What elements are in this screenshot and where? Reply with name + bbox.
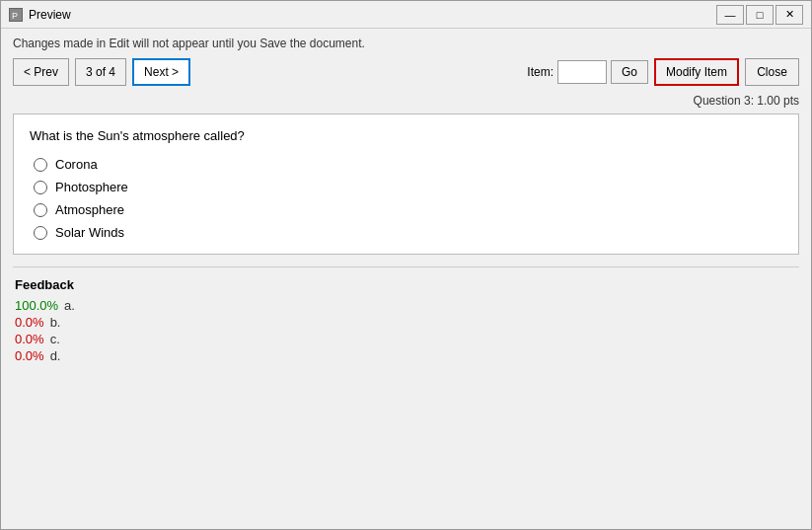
feedback-letter-d: d. bbox=[50, 348, 61, 363]
window-controls: — □ ✕ bbox=[716, 5, 803, 25]
modify-item-button[interactable]: Modify Item bbox=[654, 58, 739, 86]
window-icon: P bbox=[9, 8, 23, 22]
next-button[interactable]: Next > bbox=[132, 58, 190, 86]
item-input[interactable] bbox=[557, 60, 607, 84]
feedback-letter-a: a. bbox=[64, 298, 75, 313]
feedback-row-a: 100.0% a. bbox=[15, 298, 797, 313]
answer-option-d[interactable]: Solar Winds bbox=[34, 225, 782, 240]
feedback-letter-b: b. bbox=[50, 315, 61, 330]
radio-b[interactable] bbox=[34, 181, 47, 194]
answer-option-a[interactable]: Corona bbox=[34, 157, 782, 172]
radio-c[interactable] bbox=[34, 203, 47, 217]
close-window-button[interactable]: ✕ bbox=[775, 5, 803, 25]
radio-a[interactable] bbox=[34, 158, 47, 172]
feedback-row-d: 0.0% d. bbox=[15, 348, 797, 363]
window-title: Preview bbox=[29, 8, 710, 22]
maximize-button[interactable]: □ bbox=[746, 5, 774, 25]
answer-label-a: Corona bbox=[55, 157, 98, 172]
close-button[interactable]: Close bbox=[745, 58, 799, 86]
question-score: Question 3: 1.00 pts bbox=[13, 94, 799, 108]
answer-label-b: Photosphere bbox=[55, 180, 128, 194]
feedback-letter-c: c. bbox=[50, 332, 60, 346]
feedback-pct-c: 0.0% bbox=[15, 332, 44, 346]
radio-d[interactable] bbox=[34, 226, 47, 240]
section-divider bbox=[13, 266, 799, 267]
feedback-pct-d: 0.0% bbox=[15, 348, 44, 363]
feedback-row-b: 0.0% b. bbox=[15, 315, 797, 330]
item-counter: 3 of 4 bbox=[75, 58, 126, 86]
item-field-group: Item: Go bbox=[527, 60, 648, 84]
go-button[interactable]: Go bbox=[611, 60, 648, 84]
feedback-section: Feedback 100.0% a. 0.0% b. 0.0% c. 0.0% … bbox=[13, 277, 799, 365]
answer-label-c: Atmosphere bbox=[55, 202, 124, 217]
answer-option-c[interactable]: Atmosphere bbox=[34, 202, 782, 217]
feedback-title: Feedback bbox=[15, 277, 797, 292]
item-label: Item: bbox=[527, 65, 554, 79]
prev-button[interactable]: < Prev bbox=[13, 58, 69, 86]
feedback-pct-a: 100.0% bbox=[15, 298, 58, 313]
answer-label-d: Solar Winds bbox=[55, 225, 124, 240]
toolbar: < Prev 3 of 4 Next > Item: Go Modify Ite… bbox=[13, 58, 799, 86]
feedback-pct-b: 0.0% bbox=[15, 315, 44, 330]
question-box: What is the Sun's atmosphere called? Cor… bbox=[13, 114, 799, 255]
preview-window: P Preview — □ ✕ Changes made in Edit wil… bbox=[0, 0, 812, 530]
svg-text:P: P bbox=[12, 11, 18, 21]
window-content: Changes made in Edit will not appear unt… bbox=[1, 29, 811, 529]
answer-options: Corona Photosphere Atmosphere Solar Wind… bbox=[30, 157, 782, 240]
answer-option-b[interactable]: Photosphere bbox=[34, 180, 782, 194]
minimize-button[interactable]: — bbox=[716, 5, 744, 25]
question-text: What is the Sun's atmosphere called? bbox=[30, 128, 782, 143]
info-message: Changes made in Edit will not appear unt… bbox=[13, 37, 799, 50]
title-bar: P Preview — □ ✕ bbox=[1, 1, 811, 29]
feedback-row-c: 0.0% c. bbox=[15, 332, 797, 346]
